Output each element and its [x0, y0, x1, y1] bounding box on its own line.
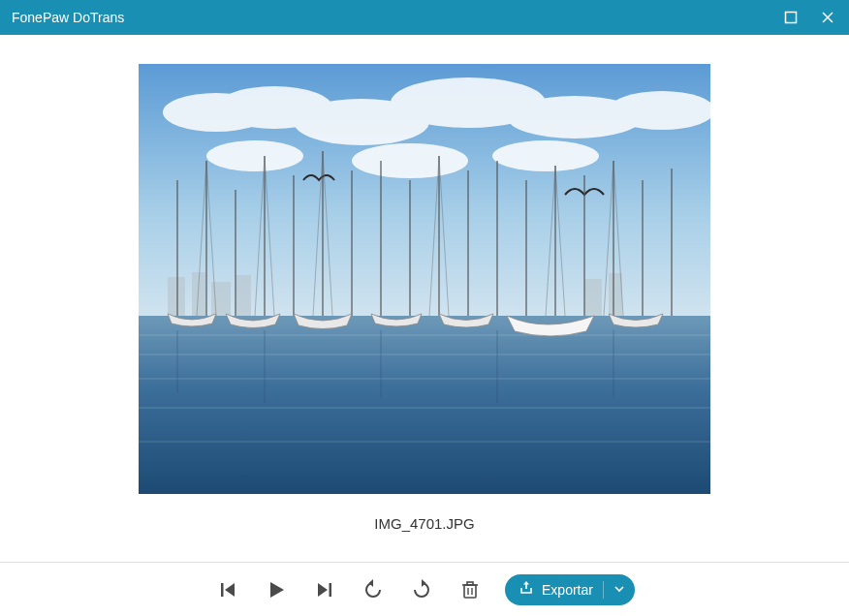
svg-rect-17	[584, 279, 602, 316]
svg-marker-62	[270, 582, 284, 598]
play-button[interactable]	[263, 576, 290, 603]
window-controls	[781, 8, 837, 27]
svg-point-11	[352, 143, 468, 178]
svg-rect-71	[467, 582, 473, 585]
svg-marker-65	[369, 579, 374, 587]
svg-rect-60	[221, 583, 224, 597]
export-icon	[519, 580, 534, 599]
svg-marker-72	[523, 581, 529, 585]
svg-rect-67	[464, 585, 476, 598]
export-label: Exportar	[542, 582, 593, 598]
svg-rect-19	[139, 316, 710, 494]
chevron-down-icon[interactable]	[613, 582, 625, 598]
titlebar: FonePaw DoTrans	[0, 0, 849, 35]
image-filename: IMG_4701.JPG	[374, 515, 474, 532]
svg-rect-16	[236, 275, 251, 316]
svg-point-9	[609, 91, 710, 130]
svg-rect-14	[192, 272, 205, 316]
rotate-left-button[interactable]	[360, 576, 387, 603]
delete-button[interactable]	[456, 576, 484, 603]
separator	[603, 581, 604, 599]
maximize-button[interactable]	[781, 8, 801, 27]
first-button[interactable]	[214, 576, 241, 603]
svg-point-12	[492, 140, 599, 171]
export-button[interactable]: Exportar	[505, 574, 635, 605]
svg-rect-18	[609, 273, 622, 316]
svg-marker-61	[225, 583, 235, 597]
svg-rect-0	[786, 13, 797, 23]
rotate-right-button[interactable]	[408, 576, 435, 603]
app-title: FonePaw DoTrans	[12, 10, 124, 25]
close-button[interactable]	[818, 8, 837, 27]
svg-marker-66	[422, 579, 426, 587]
last-button[interactable]	[311, 576, 338, 603]
svg-rect-13	[168, 277, 185, 316]
toolbar: Exportar	[0, 562, 849, 616]
content-area: IMG_4701.JPG	[0, 35, 849, 562]
svg-point-10	[206, 140, 303, 171]
svg-marker-63	[318, 583, 328, 597]
image-preview	[139, 64, 710, 494]
svg-rect-64	[330, 583, 332, 597]
